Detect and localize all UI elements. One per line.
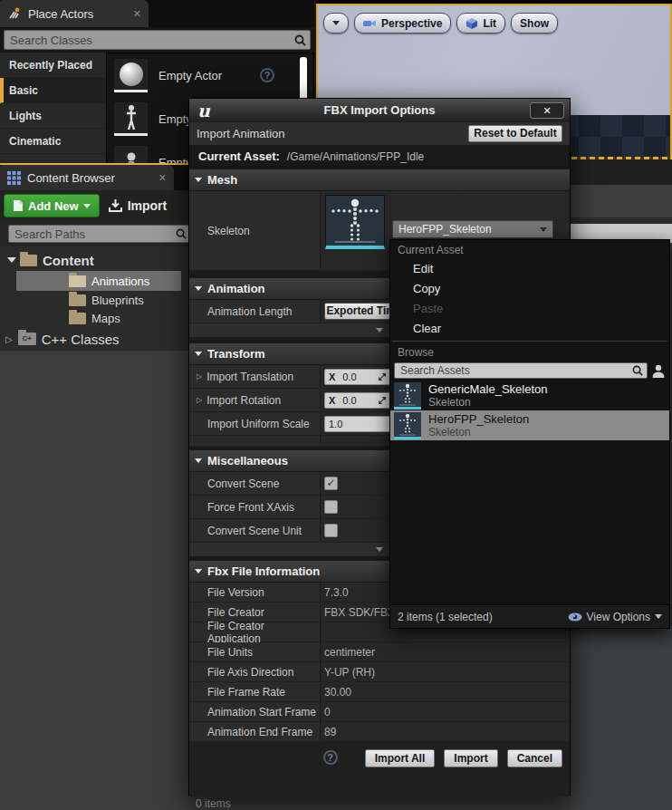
dialog-close-button[interactable]: ✕ (530, 102, 564, 119)
reset-to-default-button[interactable]: Reset to Default (468, 125, 562, 142)
uniform-scale-field[interactable]: 1.0 (324, 416, 391, 432)
property-label: File Units (189, 642, 321, 661)
asset-name: GenericMale_Skeleton (428, 382, 548, 396)
tab-basic[interactable]: Basic (0, 78, 106, 103)
cpp-folder-icon: C+ (18, 333, 36, 345)
tree-label: Content (43, 253, 94, 268)
chevron-down-icon (332, 21, 340, 25)
tree-label: Blueprints (91, 294, 144, 307)
menu-item-clear[interactable]: Clear (390, 318, 669, 338)
add-new-button[interactable]: Add New (4, 194, 100, 217)
skeleton-mini-thumbnail (394, 382, 421, 410)
close-icon[interactable]: ✕ (133, 8, 141, 20)
item-label: Empty Actor (158, 69, 222, 82)
asset-count-strip: 0 items (188, 796, 571, 810)
asset-row-genericmale-skeleton[interactable]: GenericMale_Skeleton Skeleton (390, 381, 669, 410)
perspective-label: Perspective (381, 17, 442, 30)
character-figure-icon (125, 104, 138, 131)
folder-icon (69, 294, 86, 306)
viewport-options-button[interactable] (323, 13, 349, 34)
place-actors-icon (7, 6, 22, 21)
content-tree: Content Animations Blueprints Maps ▷ C+ … (0, 246, 188, 351)
expand-arrow-icon[interactable] (7, 257, 16, 263)
section-mesh[interactable]: Mesh (189, 169, 570, 191)
help-icon[interactable]: ? (260, 68, 274, 82)
property-label: Import Rotation (206, 394, 281, 407)
import-all-button[interactable]: Import All (365, 749, 436, 767)
tab-lights[interactable]: Lights (0, 103, 106, 129)
place-actors-tab[interactable]: Place Actors ✕ (0, 0, 149, 27)
tab-cinematic[interactable]: Cinematic (0, 129, 106, 154)
skeleton-thumbnail[interactable] (325, 195, 385, 249)
dialog-title-bar[interactable]: u FBX Import Options ✕ (189, 99, 570, 122)
content-browser-panel: Content Browser ✕ Add New Import (0, 163, 193, 810)
unreal-logo-icon: u (197, 99, 210, 122)
translation-x-field[interactable]: X 0.0 (324, 369, 391, 385)
rotation-x-field[interactable]: X 0.0 (324, 392, 391, 409)
search-classes-box (4, 30, 311, 50)
show-button[interactable]: Show (511, 13, 558, 34)
collapsed-arrow-icon[interactable]: ▷ (5, 334, 13, 344)
close-icon[interactable]: ✕ (158, 172, 167, 184)
section-label: Animation (207, 282, 265, 295)
search-assets-input[interactable] (398, 363, 632, 378)
help-icon[interactable]: ? (323, 750, 338, 765)
content-browser-tab[interactable]: Content Browser ✕ (0, 165, 174, 190)
tree-item-blueprints[interactable]: Blueprints (0, 291, 188, 309)
picker-footer: 2 items (1 selected) View Options (390, 604, 669, 628)
search-classes-input[interactable] (8, 33, 294, 48)
asset-count-label: 0 items (196, 797, 231, 810)
convert-scene-unit-checkbox[interactable] (324, 524, 338, 537)
lit-button[interactable]: Lit (456, 13, 505, 34)
view-options-button[interactable]: View Options (568, 611, 662, 623)
tree-label: Maps (91, 312, 120, 325)
property-label: Animation Length (189, 300, 321, 323)
content-browser-toolbar: Add New Import (0, 190, 188, 221)
picker-item-count: 2 items (1 selected) (398, 611, 493, 623)
dialog-subheader: Import Animation Reset to Default (189, 122, 570, 146)
property-label: Convert Scene Unit (189, 519, 321, 542)
list-item-empty-actor[interactable]: Empty Actor ? (107, 53, 313, 97)
tree-item-cpp-classes[interactable]: ▷ C+ C++ Classes (0, 327, 188, 351)
convert-scene-checkbox[interactable]: ✓ (324, 477, 338, 490)
menu-item-edit[interactable]: Edit (390, 258, 669, 278)
property-label: Animation Start Frame (189, 702, 321, 721)
menu-item-paste[interactable]: Paste (390, 298, 669, 318)
force-front-xaxis-checkbox[interactable] (324, 500, 338, 514)
section-expand-icon (195, 352, 202, 356)
asset-row-herofpp-skeleton[interactable]: HeroFPP_Skeleton Skeleton (390, 410, 669, 440)
picker-browse-header: Browse (390, 344, 669, 361)
menu-item-copy[interactable]: Copy (390, 278, 669, 298)
current-asset-label: Current Asset: (198, 149, 280, 163)
axis-value: 0.0 (342, 395, 378, 406)
tree-item-maps[interactable]: Maps (0, 309, 188, 327)
axis-label: X (329, 371, 335, 382)
asset-name: HeroFPP_Skeleton (428, 412, 529, 426)
content-browser-tab-row: Content Browser ✕ (0, 165, 188, 190)
expand-axes-icon (378, 396, 387, 405)
cancel-button[interactable]: Cancel (507, 749, 562, 767)
skeleton-combobox[interactable]: HeroFPP_Skeleton (392, 220, 553, 238)
content-browser-title: Content Browser (27, 171, 115, 185)
expand-arrow-icon[interactable]: ▷ (197, 372, 202, 381)
tree-item-content[interactable]: Content (0, 249, 188, 271)
property-value: 0 (321, 702, 570, 721)
import-button[interactable]: Import (444, 749, 497, 767)
scrollbar[interactable] (300, 57, 307, 102)
place-actors-categories: Recently Placed Basic Lights Cinematic (0, 53, 106, 168)
import-icon (109, 199, 122, 212)
asset-type: Skeleton (428, 396, 548, 409)
folder-icon (69, 275, 86, 287)
property-value: Y-UP (RH) (321, 662, 570, 681)
perspective-button[interactable]: Perspective (354, 13, 451, 34)
import-button[interactable]: Import (109, 198, 168, 213)
person-filter-icon[interactable] (651, 364, 666, 378)
property-label: Animation End Frame (189, 722, 321, 741)
tree-item-animations[interactable]: Animations (16, 271, 181, 291)
expand-arrow-icon[interactable]: ▷ (197, 396, 202, 404)
view-options-label: View Options (587, 611, 650, 623)
eye-icon (568, 612, 582, 622)
search-paths-input[interactable] (13, 227, 176, 242)
tab-recently-placed[interactable]: Recently Placed (0, 53, 106, 78)
lit-label: Lit (483, 17, 496, 30)
